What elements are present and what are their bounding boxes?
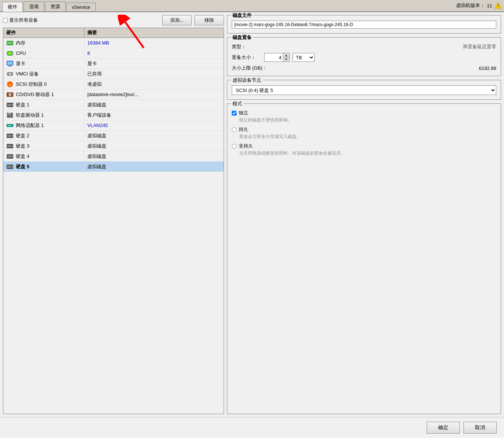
svg-text:S: S	[9, 83, 11, 86]
summary-cell: 虚拟磁盘	[84, 101, 224, 109]
hdd-icon	[6, 153, 14, 160]
svg-point-46	[11, 156, 13, 157]
svg-rect-35	[9, 125, 10, 126]
hw-name: SCSI 控制器 0	[16, 81, 47, 88]
size-unit-select[interactable]: MB GB TB	[293, 53, 315, 62]
table-row[interactable]: 内存16384 MB	[3, 38, 224, 48]
type-value: 厚置备延迟置零	[463, 43, 496, 50]
tab-hardware[interactable]: 硬件	[2, 2, 23, 12]
hw-cell: 硬盘 1	[3, 101, 84, 109]
type-row: 类型： 厚置备延迟置零	[232, 43, 496, 50]
hdd-icon	[6, 102, 14, 108]
svg-point-40	[11, 135, 13, 137]
hw-cell: CD/DVD 驱动器 1	[3, 91, 84, 99]
display-icon	[6, 60, 14, 67]
hw-cell: 硬盘 5	[3, 163, 84, 171]
table-header: 硬件 摘要	[3, 28, 224, 38]
vmci-icon	[6, 71, 14, 77]
hw-name: CPU	[16, 50, 26, 56]
table-row[interactable]: CD/DVD 驱动器 1[datastore-movie2]iso/...	[3, 89, 224, 100]
table-row[interactable]: 硬盘 2虚拟磁盘	[3, 131, 224, 141]
vnode-label: 虚拟设备节点	[231, 77, 263, 84]
hdd-icon	[6, 133, 14, 139]
bottom-bar: 确定 取消	[0, 417, 504, 438]
mode-label: 模式	[231, 100, 244, 107]
svg-point-29	[11, 104, 13, 106]
spinbox-arrows: ▲ ▼	[283, 53, 289, 61]
disk-provision-label: 磁盘置备	[231, 34, 253, 41]
svg-rect-42	[7, 145, 11, 147]
tab-vservice[interactable]: vService	[66, 3, 96, 11]
col-summary-header: 摘要	[84, 28, 224, 38]
vnode-section: 虚拟设备节点 SCSI (0:4) 硬盘 5	[227, 80, 501, 100]
show-all-checkbox: 显示所有设备	[3, 17, 38, 24]
hw-name: 硬盘 2	[16, 133, 29, 139]
table-row[interactable]: SSCSI 控制器 0准虚拟	[3, 79, 224, 89]
disk-file-label: 磁盘文件	[231, 12, 253, 19]
independent-checkbox[interactable]	[232, 111, 237, 116]
summary-cell: [datastore-movie2]iso/...	[84, 91, 224, 98]
hw-cell: SSCSI 控制器 0	[3, 80, 84, 88]
table-row[interactable]: 硬盘 5虚拟磁盘	[3, 162, 224, 172]
table-row[interactable]: 软盘驱动器 1客户端设备	[3, 110, 224, 120]
hdd-icon	[6, 143, 14, 149]
independent-option: 独立 独立的磁盘不受快照影响。	[232, 110, 496, 123]
svg-rect-7	[10, 42, 10, 45]
svg-rect-32	[9, 115, 11, 117]
disk-file-section: 磁盘文件 [movie-2] mars-gogs-245.16-Debian8.…	[227, 15, 501, 33]
tab-options[interactable]: 选项	[24, 1, 44, 11]
table-row[interactable]: CPU8	[3, 48, 224, 59]
hw-name: 显卡	[16, 60, 25, 67]
summary-cell: 虚拟磁盘	[84, 142, 224, 150]
hdd-icon	[6, 163, 14, 170]
hw-name: 内存	[16, 40, 25, 46]
remove-button[interactable]: 移除	[195, 15, 224, 25]
show-all-devices-checkbox[interactable]	[3, 18, 8, 23]
hw-name: 软盘驱动器 1	[16, 112, 44, 119]
summary-cell: 虚拟磁盘	[84, 152, 224, 160]
persistent-radio[interactable]	[232, 127, 237, 132]
size-row: 置备大小： ▲ ▼ MB GB TB	[232, 53, 496, 62]
hw-cell: 内存	[3, 39, 84, 47]
independent-row: 独立	[232, 110, 496, 116]
spin-up-button[interactable]: ▲	[283, 53, 289, 57]
hw-name: 硬盘 4	[16, 153, 29, 160]
nonpersistent-desc: 当关闭电源或恢复快照时，对该磁盘的更改会被丢弃。	[239, 150, 496, 156]
hw-name: CD/DVD 驱动器 1	[16, 91, 54, 98]
svg-rect-18	[9, 66, 11, 66]
nonpersistent-row: 非持久	[232, 143, 496, 149]
table-row[interactable]: 网络适配器 1VLAN245	[3, 120, 224, 131]
left-panel: 显示所有设备 添加... 移除 硬件 摘要 内存16384	[3, 15, 224, 414]
svg-rect-37	[11, 125, 12, 126]
independent-desc: 独立的磁盘不受快照影响。	[239, 117, 496, 123]
add-button[interactable]: 添加...	[162, 15, 192, 25]
svg-text:!: !	[497, 4, 499, 8]
size-input[interactable]	[265, 54, 283, 61]
svg-rect-28	[7, 104, 11, 106]
summary-cell: 8	[84, 50, 224, 57]
table-row[interactable]: 显卡显卡	[3, 59, 224, 69]
cancel-button[interactable]: 取消	[463, 422, 497, 434]
vnode-select[interactable]: SCSI (0:4) 硬盘 5	[232, 85, 496, 95]
type-label: 类型：	[232, 43, 261, 50]
nonpersistent-radio[interactable]	[232, 144, 237, 149]
max-size-value: 6192.88	[479, 66, 496, 71]
table-row[interactable]: 硬盘 3虚拟磁盘	[3, 141, 224, 151]
right-panel: 磁盘文件 [movie-2] mars-gogs-245.16-Debian8.…	[227, 15, 501, 414]
ok-button[interactable]: 确定	[427, 422, 460, 434]
svg-point-21	[9, 73, 11, 75]
table-row[interactable]: 硬盘 1虚拟磁盘	[3, 100, 224, 110]
scsi-icon: S	[6, 81, 14, 88]
disk-provision-section: 磁盘置备 类型： 厚置备延迟置零 置备大小： ▲ ▼ MB GB TB	[227, 37, 501, 76]
max-size-label: 大小上限 (GB)：	[232, 65, 267, 71]
table-row[interactable]: 硬盘 4虚拟磁盘	[3, 151, 224, 162]
disk-file-path: [movie-2] mars-gogs-245.16-Debian8.7/mar…	[232, 21, 496, 29]
table-row[interactable]: VMCI 设备已弃用	[3, 69, 224, 79]
svg-rect-48	[7, 166, 11, 168]
mode-section: 模式 独立 独立的磁盘不受快照影响。 持久 更改会立即永久性地写入磁盘。	[227, 103, 501, 414]
tab-resources[interactable]: 资源	[45, 1, 66, 11]
hw-cell: 软盘驱动器 1	[3, 111, 84, 119]
table-body: 内存16384 MBCPU8显卡显卡VMCI 设备已弃用SSCSI 控制器 0准…	[3, 38, 224, 172]
spin-down-button[interactable]: ▼	[283, 57, 289, 61]
hw-cell: 硬盘 3	[3, 142, 84, 150]
